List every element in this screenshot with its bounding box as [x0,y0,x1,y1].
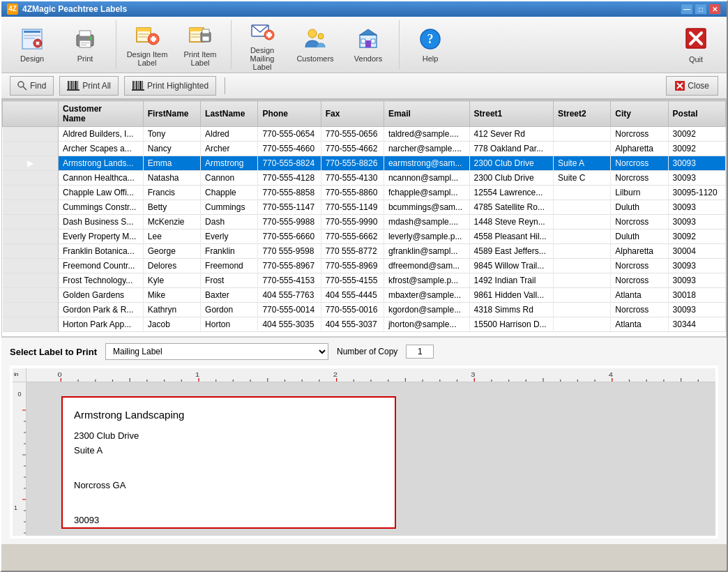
customer-table-container[interactable]: CustomerName FirstName LastName Phone Fa… [1,100,727,337]
close-button[interactable]: Close [666,76,718,96]
col-firstname[interactable]: FirstName [143,101,200,127]
svg-rect-9 [79,40,91,47]
row-indicator [3,186,59,200]
cell-street1: 4558 Pleasant Hil... [469,229,553,244]
table-row[interactable]: ▶Armstrong Lands...EmmaArmstrong770-555-… [3,156,726,171]
current-row-arrow: ▶ [27,158,33,168]
cell-street2 [554,317,611,332]
cell-last: Cummings [201,200,258,215]
minimize-button[interactable]: — [681,3,693,15]
cell-street2 [554,303,611,317]
design-mailing-label-text: Design Mailing Label [241,46,284,71]
cell-street1: 12554 Lawrence... [469,186,553,200]
cell-fax: 770-555-4155 [321,273,384,288]
table-row[interactable]: Dash Business S...McKenzieDash770-555-99… [3,215,726,229]
cell-phone: 770-555-8858 [258,186,321,200]
cell-city: Norcross [611,127,668,142]
cell-fax: 404 555-3037 [321,317,384,332]
toolbar-separator-3 [399,20,400,69]
cell-first: Jacob [143,317,200,332]
quit-button[interactable]: Quit [671,20,721,70]
table-row[interactable]: Franklin Botanica...GeorgeFranklin770 55… [3,244,726,259]
cell-fax: 770-555-8969 [321,259,384,273]
col-fax[interactable]: Fax [321,101,384,127]
window-close-button[interactable]: ✕ [708,3,721,15]
cell-customer_name: Cummings Constr... [59,200,144,215]
cell-customer_name: Gordon Park & R... [59,303,144,317]
table-row[interactable]: Everly Property M...LeeEverly770-555-666… [3,229,726,244]
table-row[interactable]: Cummings Constr...BettyCummings770-555-1… [3,200,726,215]
col-phone[interactable]: Phone [258,101,321,127]
customers-button[interactable]: Customers [290,20,340,70]
table-row[interactable]: Aldred Builders, I...TonyAldred770-555-0… [3,127,726,142]
col-postal[interactable]: Postal [668,101,725,127]
find-icon [17,81,27,91]
svg-rect-52 [132,81,134,91]
col-lastname[interactable]: LastName [201,101,258,127]
cell-street2 [554,186,611,200]
ruler-vertical: 0 1 [13,382,26,536]
cell-email: dfreemond@sam... [384,259,469,273]
print-all-button[interactable]: Print All [59,76,119,96]
cell-fax: 770-555-0656 [321,127,384,142]
svg-text:0: 0 [17,391,21,398]
row-indicator [3,303,59,317]
cell-postal: 30093 [668,215,725,229]
col-city[interactable]: City [611,101,668,127]
print-item-label-button[interactable]: Print Item Label [175,20,225,70]
design-item-label-button[interactable]: Design Item Label [122,20,172,70]
table-row[interactable]: Horton Park App...JacobHorton404 555-303… [3,317,726,332]
svg-rect-55 [138,81,139,91]
svg-rect-35 [365,40,371,47]
cell-postal: 30093 [668,171,725,186]
cell-postal: 30093 [668,156,725,171]
cell-postal: 30095-1120 [668,186,725,200]
cell-first: Betty [143,200,200,215]
table-row[interactable]: Cannon Healthca...NatashaCannon770-555-4… [3,171,726,186]
cell-customer_name: Cannon Healthca... [59,171,144,186]
print-button[interactable]: Print [60,20,110,70]
cell-city: Atlanta [611,288,668,303]
find-button[interactable]: Find [10,76,54,96]
vendors-button[interactable]: Vendors [343,20,393,70]
copy-count-input[interactable] [406,345,434,359]
col-customer-name[interactable]: CustomerName [59,101,144,127]
col-street2[interactable]: Street2 [554,101,611,127]
cell-phone: 770-555-8824 [258,156,321,171]
design-mailing-icon [250,18,275,43]
select-label-text: Select Label to Print [10,347,97,357]
row-indicator-header [3,101,59,127]
cell-fax: 770-555-1149 [321,200,384,215]
table-row[interactable]: Chapple Law Offi...FrancisChapple770-555… [3,186,726,200]
row-indicator [3,229,59,244]
cell-customer_name: Aldred Builders, I... [59,127,144,142]
window-title: 4ZMagic Peachtree Labels [22,4,127,14]
maximize-button[interactable]: □ [695,3,707,15]
cell-first: Nancy [143,142,200,156]
cell-street2: Suite C [554,171,611,186]
table-row[interactable]: Gordon Park & R...KathrynGordon770-555-0… [3,303,726,317]
col-street1[interactable]: Street1 [469,101,553,127]
cell-city: Norcross [611,171,668,186]
col-email[interactable]: Email [384,101,469,127]
cell-first: Emma [143,156,200,171]
row-indicator: ▶ [3,156,59,171]
cell-customer_name: Frost Technology... [59,273,144,288]
svg-rect-56 [139,81,142,91]
svg-rect-37 [371,39,375,43]
help-label: Help [423,54,439,63]
print-highlighted-button[interactable]: Print Highlighted [124,76,216,96]
cell-fax: 770-555-8826 [321,156,384,171]
table-row[interactable]: Frost Technology...KyleFrost770-555-4153… [3,273,726,288]
table-row[interactable]: Freemond Countr...DeloresFreemond770-555… [3,259,726,273]
help-button[interactable]: ? Help [405,20,455,70]
svg-rect-49 [75,81,77,91]
cell-city: Norcross [611,273,668,288]
cell-first: Kyle [143,273,200,288]
design-button[interactable]: Design [7,20,57,70]
label-dropdown[interactable]: Mailing Label Item Label Custom Label [105,343,328,360]
table-row[interactable]: Golden GardensMikeBaxter404 555-7763404 … [3,288,726,303]
cell-last: Gordon [201,303,258,317]
design-mailing-label-button[interactable]: Design Mailing Label [237,20,287,70]
table-row[interactable]: Archer Scapes a...NancyArcher770-555-466… [3,142,726,156]
